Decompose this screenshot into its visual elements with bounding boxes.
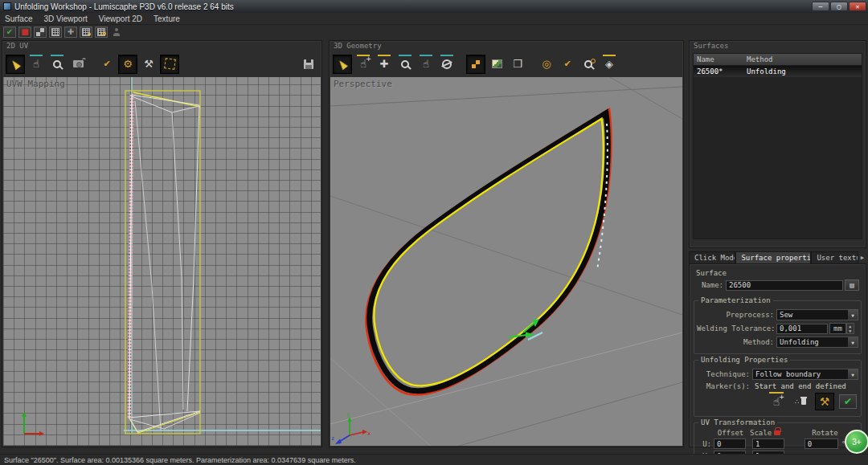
surface-name-input[interactable] [726,280,843,291]
preprocess-select[interactable]: Sew ▼ [776,309,858,320]
grid-letter-button[interactable]: a [80,27,92,38]
tools-icon: ⚒ [820,396,830,407]
uv-camera-button[interactable] [68,55,88,74]
magnifier-icon [53,60,61,68]
uv-select-button[interactable] [6,55,25,74]
uv-transformation-label: UV Transformation [698,418,777,426]
delete-markers-button[interactable]: ∴ [791,393,810,410]
method-select[interactable]: Unfolding ▼ [776,337,858,348]
grid-number-button[interactable]: 10 [95,27,108,38]
g3d-focus-button[interactable]: ◎ [537,55,556,74]
g3d-shaded-button[interactable]: ❒ [508,55,527,74]
column-method[interactable]: Method [743,54,862,65]
app-icon [3,2,11,10]
g3d-pivot-button[interactable]: ◈ [600,55,619,74]
chevron-down-icon: ▼ [848,310,858,320]
menu-surface[interactable]: Surface [5,14,32,23]
hand-icon: ☝ [33,59,39,69]
tab-overflow-arrow-icon[interactable]: ▶ [858,252,866,263]
marker-cross-button[interactable]: ✚ [64,27,77,38]
uv-selection-box-button[interactable] [160,55,179,74]
svg-text:y: y [346,411,350,418]
method-label: Method: [697,338,774,346]
properties-tabs: Click Mode Surface properties User textu… [689,250,866,263]
name-label: Name: [696,281,723,289]
check-icon: ✔ [6,28,13,36]
add-marker-button[interactable]: ☝+ [767,393,786,410]
uv2d-viewport-label: UVW Mapping [6,79,65,89]
unfolding-properties-group: Unfolding Properties Technique: Follow b… [694,360,862,417]
window-title: Unfolding Workshop - Lumiscaphe P3D v6.0… [14,2,234,11]
technique-value: Follow boundary [753,370,848,378]
chevron-down-icon: ▼ [848,337,858,347]
surfaces-table-header: Name Method [694,54,862,66]
menu-texture[interactable]: Texture [154,14,180,23]
notification-badge[interactable]: 3+ [845,430,868,454]
method-value: Unfolding [777,338,848,346]
tab-surface-properties[interactable]: Surface properties [735,251,811,263]
g3d-texture-button[interactable] [487,55,506,74]
tab-user-textures[interactable]: User textu [811,251,858,263]
surface-method-cell: Unfolding [743,66,862,77]
welding-spinner[interactable]: ▲ ▼ [846,323,854,334]
minimize-button[interactable]: – [812,2,829,11]
cube-icon: ❒ [513,59,522,69]
g3d-move-button[interactable]: ✚ [375,55,394,74]
close-button[interactable]: ✕ [849,2,866,11]
rotate-input[interactable] [805,438,838,449]
g3d-pick-add-button[interactable]: ☝+ [354,55,373,74]
uv-tools-button[interactable]: ⚒ [139,55,158,74]
geometry3d-panel-title: 3D Geometry [330,41,683,51]
markers-label: Marker(s): [697,382,750,390]
g3d-validate-button[interactable]: ✔ [558,55,577,74]
technique-select[interactable]: Follow boundary ▼ [752,369,858,380]
person-icon [113,28,121,36]
uv2d-viewport[interactable]: UVW Mapping [3,77,321,446]
uv-validate-button[interactable]: ✔ [97,55,117,74]
welding-tolerance-label: Welding Tolerance: [697,324,774,332]
uv-zoom-button[interactable] [47,55,67,74]
parameterization-group: Parameterization Preprocess: Sew ▼ Weldi… [694,300,862,354]
g3d-zoom-previous-button[interactable] [579,55,598,74]
uv2d-panel: 2D UV ☝ ✔ ⚙ ⚒ UVW Mapping [2,40,322,447]
g3d-select-button[interactable] [333,55,352,74]
apply-markers-button[interactable]: ✔ [839,394,857,409]
checker-icon [36,28,44,36]
grid-display-button[interactable] [49,27,62,38]
u-scale-input[interactable] [752,438,784,449]
checker-display-button[interactable] [34,27,47,38]
cancel-button[interactable]: ■ [18,27,31,38]
grid-icon [51,28,59,36]
column-name[interactable]: Name [694,54,743,65]
svg-text:z: z [331,435,334,442]
rename-button[interactable]: ▤ [845,279,859,291]
marker-gizmo [509,319,542,340]
dashed-selection-icon [164,58,176,70]
validate-button[interactable]: ✔ [3,27,16,38]
geometry3d-viewport[interactable]: Perspective [330,77,682,446]
geometry3d-toolbar: ☝+ ✚ ☝ ❒ ◎ ✔ ◈ [330,51,683,76]
surfaces-table: Name Method 26500* Unfolding [693,53,862,239]
menu-viewport-2d[interactable]: Viewport 2D [99,14,142,23]
tab-click-mode[interactable]: Click Mode [689,251,735,263]
orbit-icon [442,59,452,69]
maximize-button[interactable]: ▢ [830,2,848,11]
status-bar: Surface "26500". Surface area: 0.0013536… [0,454,868,465]
uv-pan-button[interactable]: ☝ [27,55,46,74]
welding-unit-select[interactable]: mm [829,323,846,334]
rotate-header: Rotate [812,429,838,437]
table-row[interactable]: 26500* Unfolding [694,66,862,77]
uv-compute-button[interactable]: ⚙ [118,55,137,74]
edit-markers-button[interactable]: ⚒ [815,393,834,410]
g3d-checker-button[interactable] [466,55,485,74]
uv-save-button[interactable] [299,55,318,74]
welding-tolerance-input[interactable] [776,324,828,334]
g3d-orbit-button[interactable] [437,55,457,74]
u-offset-input[interactable] [714,438,746,449]
g3d-zoom-button[interactable] [395,55,415,74]
magnifier-history-icon [584,60,592,68]
g3d-pan-button[interactable]: ☝ [416,55,436,74]
rename-icon: ▤ [850,281,854,289]
user-mode-button[interactable] [110,27,123,38]
menu-3d-viewport[interactable]: 3D Viewport [43,14,87,23]
